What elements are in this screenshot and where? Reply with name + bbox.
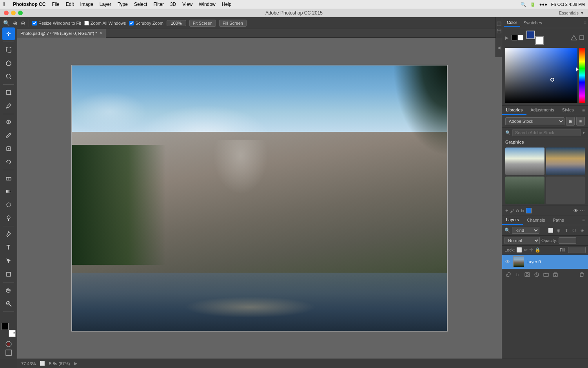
menu-help[interactable]: Help [222, 2, 232, 7]
layers-menu-icon[interactable]: ≡ [579, 217, 588, 223]
graphic-item-1[interactable] [505, 148, 544, 175]
link-layers-icon[interactable] [505, 271, 512, 279]
maximize-window-button[interactable] [18, 11, 23, 15]
menu-type[interactable]: Type [118, 2, 128, 7]
blend-mode-select[interactable]: Normal [505, 237, 540, 244]
panel-collapse-strip[interactable]: ◀ [495, 38, 502, 57]
document-tab[interactable]: Photo.psd @ 77.4% (Layer 0, RGB/8*) * ✕ [17, 29, 106, 38]
layer-row-0[interactable]: 👁 Layer 0 [502, 255, 588, 269]
lasso-tool[interactable] [2, 57, 15, 69]
graphic-item-2[interactable] [546, 148, 585, 175]
libraries-grid-view-button[interactable]: ⊞ [566, 117, 575, 126]
search-filter-icon[interactable]: ▾ [583, 130, 585, 135]
menu-select[interactable]: Select [134, 2, 147, 7]
menu-image[interactable]: Image [80, 2, 93, 7]
marquee-tool[interactable] [2, 44, 15, 56]
shape-tool[interactable] [2, 268, 15, 281]
add-group-icon[interactable] [542, 271, 550, 279]
filter-adjustment-icon[interactable]: ◉ [555, 227, 562, 234]
library-more-icon[interactable]: ⋯ [580, 208, 585, 213]
pen-tool[interactable] [2, 228, 15, 240]
quick-mask-icon[interactable] [5, 341, 12, 347]
layer-fx-icon[interactable]: fx [514, 271, 522, 279]
add-layer-icon[interactable] [552, 271, 559, 279]
scrubby-zoom-checkbox[interactable]: Scrubby Zoom [129, 21, 163, 26]
tab-channels[interactable]: Channels [523, 216, 549, 224]
tab-swatches[interactable]: Swatches [520, 19, 545, 26]
gradient-tool[interactable] [2, 185, 15, 198]
lock-move-icon[interactable]: ✛ [529, 247, 533, 253]
clone-stamp-tool[interactable] [2, 142, 15, 155]
tab-styles[interactable]: Styles [558, 106, 578, 115]
libraries-dropdown[interactable]: Adobe Stock [505, 117, 564, 125]
move-tool[interactable]: ✛ [2, 27, 15, 40]
zoom-value[interactable]: 100% [167, 20, 186, 26]
zoom-out-icon[interactable]: ⊖ [21, 20, 25, 26]
brush-tool[interactable] [2, 129, 15, 142]
fill-input[interactable]: 100% [568, 247, 586, 253]
crop-tool[interactable] [2, 86, 15, 99]
zoom-canvas-tool[interactable] [2, 297, 15, 310]
text-library-icon[interactable]: A [516, 208, 519, 213]
delete-layer-icon[interactable] [578, 271, 586, 279]
filter-type-icon[interactable]: T [563, 227, 570, 234]
color-spectrum-bar[interactable] [579, 48, 585, 103]
fill-screen-button[interactable]: Fill Screen [219, 20, 247, 27]
status-arrow-right[interactable]: ▶ [74, 361, 77, 366]
add-mask-icon[interactable] [523, 271, 531, 279]
healing-brush-tool[interactable] [2, 116, 15, 128]
fx-icon[interactable]: fx [521, 208, 524, 213]
menu-view[interactable]: View [182, 2, 192, 7]
lock-pixels-icon[interactable]: ⬜ [516, 247, 522, 253]
menu-layer[interactable]: Layer [100, 2, 111, 7]
blur-tool[interactable] [2, 199, 15, 211]
bg-color-picker[interactable] [535, 36, 544, 45]
eyedropper-tool[interactable] [2, 100, 15, 112]
filter-kind-select[interactable]: Kind [512, 227, 539, 234]
type-tool[interactable]: T [2, 241, 15, 254]
color-gradient-box[interactable] [505, 48, 577, 103]
zoom-tool-icon[interactable]: 🔍 [3, 20, 10, 26]
search-icon[interactable]: 🔍 [521, 2, 526, 7]
close-window-button[interactable] [4, 11, 9, 15]
lock-paint-icon[interactable]: ✏ [524, 247, 528, 253]
small-bg-swatch[interactable] [518, 35, 523, 40]
fg-color-picker[interactable] [526, 31, 535, 39]
graphic-item-3[interactable] [505, 177, 544, 204]
brush-icon[interactable]: 🖌 [510, 208, 514, 213]
fg-color-swatch[interactable] [2, 323, 9, 330]
history-brush-tool[interactable] [2, 156, 15, 168]
tab-adjustments[interactable]: Adjustments [526, 106, 558, 115]
tab-libraries[interactable]: Libraries [502, 106, 526, 115]
libraries-menu-icon[interactable]: ≡ [579, 107, 588, 113]
add-library-icon[interactable]: + [505, 208, 508, 213]
tool-mode-2[interactable] [496, 28, 502, 34]
filter-smartobject-icon[interactable]: ◈ [579, 227, 586, 234]
path-selection-tool[interactable] [2, 255, 15, 267]
tab-layers[interactable]: Layers [502, 215, 523, 225]
filter-shape-icon[interactable]: ⬡ [571, 227, 578, 234]
menu-file[interactable]: File [52, 2, 59, 7]
add-adjustment-icon[interactable] [533, 271, 541, 279]
resize-windows-checkbox[interactable]: Resize Windows to Fit [32, 21, 81, 26]
screen-mode-icon[interactable] [5, 350, 12, 357]
tool-mode-1[interactable] [496, 21, 502, 27]
tab-paths[interactable]: Paths [549, 216, 568, 224]
search-input[interactable] [512, 129, 581, 136]
filter-pixel-icon[interactable]: ⬜ [547, 227, 554, 234]
zoom-in-icon[interactable]: ⊕ [13, 20, 18, 26]
eraser-tool[interactable] [2, 172, 15, 184]
tab-color[interactable]: Color [504, 19, 520, 27]
menu-edit[interactable]: Edit [66, 2, 74, 7]
color-library-icon[interactable] [526, 208, 532, 213]
eye-library-icon[interactable]: 👁 [573, 208, 578, 213]
menu-window[interactable]: Window [199, 2, 216, 7]
hand-tool[interactable] [2, 284, 15, 297]
app-name[interactable]: Photoshop CC [13, 2, 45, 7]
workspace-label[interactable]: Essentials [559, 11, 579, 15]
document-close-button[interactable]: ✕ [100, 31, 103, 35]
dodge-tool[interactable] [2, 212, 15, 224]
minimize-window-button[interactable] [11, 11, 16, 15]
swap-colors-icon[interactable]: ⇄ [13, 331, 16, 335]
fit-screen-button[interactable]: Fit Screen [189, 20, 216, 27]
